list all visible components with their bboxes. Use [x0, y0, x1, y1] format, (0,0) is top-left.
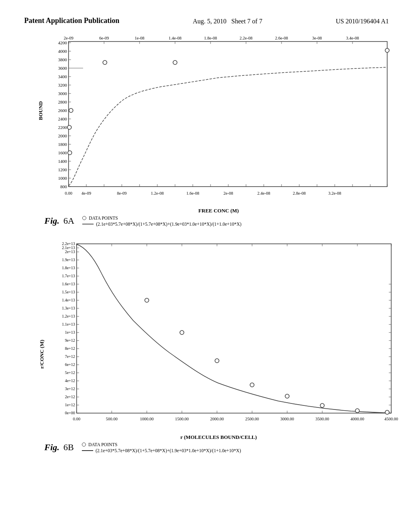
svg-text:2.4e-08: 2.4e-08: [257, 191, 270, 195]
svg-rect-0: [69, 42, 387, 187]
svg-text:7e+12: 7e+12: [65, 354, 75, 359]
svg-text:4500.00: 4500.00: [384, 417, 398, 421]
svg-text:1e+12: 1e+12: [65, 403, 75, 407]
svg-text:1.4e+13: 1.4e+13: [62, 298, 75, 302]
svg-text:1200: 1200: [58, 167, 67, 172]
svg-point-85: [173, 60, 177, 64]
fig6b-number: 6B: [63, 442, 74, 453]
svg-text:3500.00: 3500.00: [315, 417, 329, 421]
svg-point-187: [285, 394, 289, 398]
svg-text:2e-08: 2e-08: [223, 191, 233, 195]
svg-point-84: [103, 60, 107, 64]
svg-text:1000.00: 1000.00: [140, 417, 154, 421]
svg-text:3400: 3400: [58, 74, 67, 79]
svg-text:800: 800: [60, 184, 67, 189]
svg-text:2e+12: 2e+12: [65, 395, 75, 399]
svg-text:1.3e+13: 1.3e+13: [62, 306, 75, 310]
svg-point-86: [385, 48, 389, 52]
svg-point-190: [385, 410, 389, 414]
header: Patent Application Publication Aug. 5, 2…: [24, 16, 389, 25]
svg-text:1800: 1800: [58, 142, 67, 147]
publication-title: Patent Application Publication: [24, 16, 119, 25]
legend-circle-icon-b: [82, 443, 86, 447]
svg-text:2200: 2200: [58, 125, 67, 130]
svg-text:4000.00: 4000.00: [350, 417, 364, 421]
svg-text:1.6e-08: 1.6e-08: [186, 191, 199, 195]
svg-text:8e+12: 8e+12: [65, 346, 75, 351]
svg-text:2.8e-08: 2.8e-08: [293, 191, 306, 195]
svg-text:3000.00: 3000.00: [280, 417, 294, 421]
svg-text:1.2e-08: 1.2e-08: [151, 191, 164, 195]
fig6a-legend-row: Fig. 6A DATA POINTS (2.1e+03*5.7e+08*X)/…: [44, 216, 389, 228]
svg-text:2e-09: 2e-09: [64, 36, 73, 40]
svg-point-87: [67, 125, 71, 129]
fig6a-label: Fig.: [44, 216, 59, 226]
fig6a-legend-formula: (2.1e+03*5.7e+08*X)/(1+5.7e+08*X)+(1.9e+…: [82, 222, 242, 227]
patent-number: US 2010/196404 A1: [336, 18, 389, 25]
svg-text:1500.00: 1500.00: [175, 417, 189, 421]
svg-text:4200: 4200: [58, 40, 67, 45]
page: Patent Application Publication Aug. 5, 2…: [0, 0, 413, 532]
svg-text:9e+12: 9e+12: [65, 338, 75, 343]
legend-dashed-line-icon: [82, 224, 94, 224]
svg-text:1600: 1600: [58, 150, 67, 155]
fig6b-legend-row: Fig. 6B DATA POINTS (2.1e+03*5.7e+08*X)/…: [44, 442, 389, 454]
publication-date: Aug. 5, 2010 Sheet 7 of 7: [193, 18, 262, 25]
svg-text:3800: 3800: [58, 57, 67, 62]
svg-text:1.9e+13: 1.9e+13: [62, 258, 75, 262]
svg-point-189: [355, 409, 359, 413]
svg-text:2.2e-08: 2.2e-08: [240, 36, 252, 40]
svg-text:3e-08: 3e-08: [312, 36, 322, 40]
fig6a-chart: 800 1000 1200 1400 1600 1800 2000 2200 2…: [48, 33, 399, 207]
legend-circle-icon: [82, 216, 86, 220]
svg-point-186: [250, 383, 254, 387]
svg-text:2.6e-08: 2.6e-08: [275, 36, 288, 40]
svg-text:2500.00: 2500.00: [245, 417, 259, 421]
svg-text:1400: 1400: [58, 159, 67, 164]
svg-text:6e+12: 6e+12: [65, 362, 75, 367]
svg-text:3e+12: 3e+12: [65, 387, 75, 391]
svg-text:4e+12: 4e+12: [65, 378, 75, 383]
svg-text:4e-09: 4e-09: [81, 191, 91, 195]
svg-text:8e-09: 8e-09: [117, 191, 127, 195]
svg-point-83: [69, 108, 73, 112]
svg-text:4000: 4000: [58, 49, 67, 54]
svg-text:1.8e+13: 1.8e+13: [62, 266, 75, 270]
svg-point-88: [68, 151, 72, 155]
svg-text:2600: 2600: [58, 108, 67, 113]
svg-text:3.4e-08: 3.4e-08: [346, 36, 359, 40]
svg-rect-89: [77, 244, 391, 413]
svg-text:3600: 3600: [58, 66, 67, 71]
fig6b-x-label: r (MOLECULES BOUND/CELL): [48, 434, 389, 441]
svg-text:0.00: 0.00: [65, 191, 72, 195]
svg-text:1e-08: 1e-08: [135, 36, 144, 40]
fig6b-legend-formula-label: (2.1e+03*5.7e+08*X)/(1+5.7e+08*X)+(1.9e+…: [96, 448, 241, 453]
legend-solid-line-icon: [82, 450, 93, 451]
svg-text:2e+13: 2e+13: [65, 249, 75, 254]
svg-text:3.2e-08: 3.2e-08: [328, 191, 341, 195]
svg-text:3000: 3000: [58, 91, 67, 96]
fig6b-section: r/CONC (M) 0e+00 1e+12 2e+12 3e+12 4e+12…: [24, 240, 389, 454]
svg-text:6e-09: 6e-09: [99, 36, 109, 40]
fig6a-legend-formula-label: (2.1e+03*5.7e+08*X)/(1+5.7e+08*X)+(1.9e+…: [96, 222, 242, 227]
svg-text:1.2e+13: 1.2e+13: [62, 314, 75, 318]
fig6a-y-label: BOUND: [38, 101, 44, 120]
fig6b-legend-data-label: DATA POINTS: [88, 442, 117, 447]
svg-text:1.6e+13: 1.6e+13: [62, 282, 75, 286]
fig6a-section: BOUND 800 1000 1200 1400 1600: [24, 33, 389, 228]
svg-text:1000: 1000: [58, 176, 67, 181]
svg-text:2.2e+13: 2.2e+13: [62, 241, 75, 246]
svg-text:0.00: 0.00: [73, 417, 80, 421]
fig6b-label: Fig.: [44, 442, 59, 453]
svg-text:1.5e+13: 1.5e+13: [62, 290, 75, 294]
fig6b-legend-data: DATA POINTS: [82, 442, 241, 447]
svg-text:2000: 2000: [58, 133, 67, 138]
svg-text:2000.00: 2000.00: [210, 417, 224, 421]
svg-text:2800: 2800: [58, 100, 67, 104]
fig6a-number: 6A: [63, 216, 74, 226]
fig6b-chart: 0e+00 1e+12 2e+12 3e+12 4e+12 5e+12 6e+1…: [48, 240, 399, 433]
svg-text:3200: 3200: [58, 83, 67, 87]
svg-text:2.1e+13: 2.1e+13: [62, 245, 75, 250]
svg-text:5e+12: 5e+12: [65, 370, 75, 375]
svg-text:2400: 2400: [58, 116, 67, 121]
